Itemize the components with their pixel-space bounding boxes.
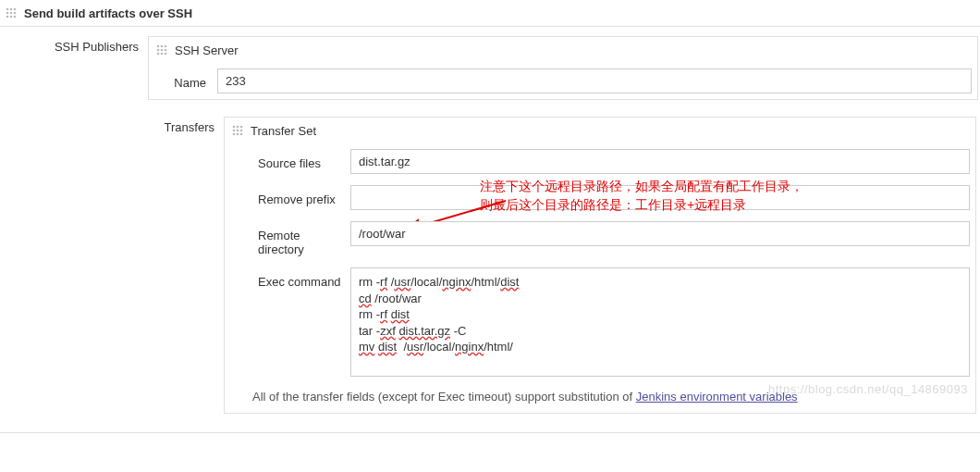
source-files-label: Source files [230, 149, 350, 170]
svg-point-4 [10, 12, 13, 15]
section-header: Send build artifacts over SSH [0, 0, 980, 27]
svg-point-18 [233, 126, 236, 129]
transfer-set-header: Transfer Set [251, 124, 316, 138]
ssh-publishers-label: SSH Publishers [0, 27, 148, 63]
remote-directory-input[interactable] [350, 221, 970, 246]
svg-point-2 [14, 8, 17, 11]
svg-point-17 [165, 53, 167, 56]
svg-point-12 [157, 49, 160, 52]
env-variables-link[interactable]: Jenkins environment variables [636, 390, 798, 404]
remove-prefix-label: Remove prefix [230, 185, 350, 206]
drag-handle-icon[interactable] [230, 123, 245, 138]
section-title: Send build artifacts over SSH [24, 6, 192, 20]
svg-point-25 [237, 133, 239, 136]
name-label: Name [154, 68, 217, 90]
svg-point-20 [240, 126, 243, 129]
svg-point-26 [240, 133, 243, 136]
drag-handle-icon[interactable] [154, 43, 169, 57]
svg-point-11 [165, 45, 167, 48]
svg-point-3 [6, 12, 9, 15]
svg-point-21 [233, 130, 236, 132]
svg-point-6 [6, 16, 9, 19]
svg-point-15 [157, 53, 160, 56]
svg-point-5 [14, 12, 17, 15]
exec-command-input[interactable]: rm -rf /usr/local/nginx/html/dist cd /ro… [350, 267, 970, 377]
transfer-help-text: All of the transfer fields (except for E… [225, 382, 975, 413]
svg-point-24 [233, 133, 236, 136]
svg-point-1 [10, 8, 13, 11]
svg-point-10 [161, 45, 164, 48]
svg-point-9 [157, 45, 160, 48]
ssh-server-block: SSH Server Name [148, 36, 978, 100]
source-files-input[interactable] [350, 149, 970, 174]
ssh-server-header: SSH Server [175, 43, 239, 57]
exec-command-label: Exec command [230, 267, 350, 289]
svg-point-0 [6, 8, 9, 11]
remote-directory-label: Remote directory [230, 221, 350, 256]
svg-point-16 [161, 53, 164, 56]
svg-point-22 [237, 130, 239, 132]
remove-prefix-input[interactable] [350, 185, 970, 210]
transfer-set-block: Transfer Set Source files Remove prefix [224, 117, 976, 414]
transfers-label: Transfers [148, 107, 224, 143]
svg-point-19 [237, 126, 239, 129]
drag-handle-icon[interactable] [4, 6, 18, 20]
svg-point-23 [240, 130, 243, 132]
svg-point-14 [165, 49, 167, 52]
name-input[interactable] [217, 68, 972, 93]
svg-point-8 [14, 16, 17, 19]
svg-point-13 [161, 49, 164, 52]
svg-point-7 [10, 16, 13, 19]
